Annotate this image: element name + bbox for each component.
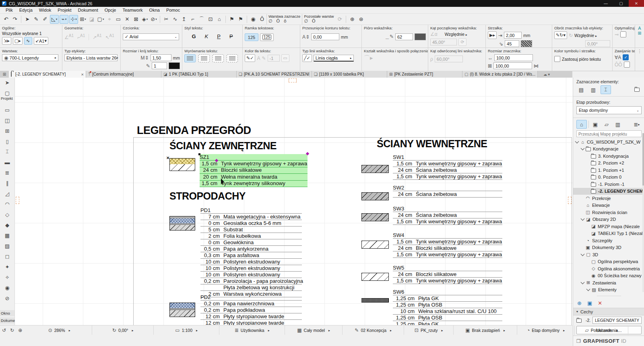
grid-edge-icon[interactable]: ⊞ — [636, 31, 643, 36]
tree-item-16[interactable]: ▢3D — [573, 251, 644, 258]
marker-icon[interactable]: ◈▾ — [141, 15, 149, 23]
expand-chevron-icon[interactable] — [581, 146, 585, 150]
zoom-in-icon[interactable]: ⊕ — [16, 327, 24, 333]
more-options-icon[interactable]: ⋮ — [636, 49, 643, 54]
unlock-layer-icon[interactable]: ȏ — [284, 19, 286, 24]
layout-book-icon[interactable]: ▱ — [602, 120, 611, 128]
legend-entry-sw5[interactable]: SW524 cmBloczki silikatowe1,5 cmTynk wew… — [393, 265, 502, 284]
wall-tool[interactable]: ▭ — [0, 105, 14, 115]
expand-chevron-icon[interactable] — [581, 280, 585, 284]
project-map-search-input[interactable] — [576, 130, 642, 137]
line-type-field[interactable]: Linia ciągła▸ — [314, 55, 354, 62]
lock-checkbox[interactable] — [624, 62, 630, 68]
view-settings[interactable]: ⊡PK_rzuty▸ — [404, 325, 454, 335]
pencil-edit-icon[interactable]: ✎ — [32, 15, 40, 23]
tree-item-20[interactable]: ⊞Zestawienia — [573, 279, 644, 286]
marker-height-field[interactable]: 100,00 — [493, 62, 532, 69]
pen-set[interactable]: ✎02 Koncepcja▸ — [343, 325, 404, 335]
orientation-angle[interactable]: ↻0,00°▸ — [92, 325, 154, 335]
viewpoint-settings-icon[interactable]: ▣ — [587, 300, 592, 306]
roof-tool[interactable]: ◿ — [0, 189, 14, 198]
close-button[interactable]: ✕ — [629, 0, 644, 7]
tree-item-9[interactable]: ⌂Elewacje — [573, 202, 644, 209]
close-group-icon[interactable]: ✕ — [123, 15, 131, 23]
menu-edycja[interactable]: Edycja — [16, 8, 36, 12]
camera-tool[interactable]: ◉ — [0, 283, 14, 292]
lock-layer-icon[interactable]: Ȏ — [277, 19, 280, 24]
legend-entry-pd1[interactable]: PD17 cmMata wegetacyjna - ekstensywna0 c… — [200, 207, 302, 297]
tree-item-13[interactable]: ◪TABELKI Typ 1 (Niezal — [573, 230, 644, 237]
navigator-menu-icon[interactable]: ≣▸ — [632, 120, 642, 128]
use-text-pen-checkbox[interactable] — [554, 56, 560, 62]
pointer-shape-icon[interactable]: ⌒▸ — [364, 54, 373, 62]
tree-item-7[interactable]: -2. LEGENDY SCHEM — [573, 188, 644, 195]
legend-entry-sw2[interactable]: SW224 cmŚciana żelbetowa — [393, 185, 502, 198]
legend-entry-sw1[interactable]: SW11,5 cmTynk wewnętrzny gipsowy + zapra… — [393, 154, 502, 180]
tree-item-18[interactable]: ◇Ogólna aksonometria — [573, 265, 644, 272]
marker-width-field[interactable]: 100,00 — [494, 54, 533, 61]
tab-4[interactable]: ❏[PK.A.10 SCHEMAT PRZESTRZENI] — [237, 71, 312, 78]
label-type-field[interactable]: Etykieta - Lista warstw 26▸ — [64, 54, 118, 61]
optimize-checkbox[interactable] — [620, 31, 626, 37]
tree-item-21[interactable]: ▨Elementy — [573, 286, 644, 294]
tab-7[interactable]: ▢(I) 8. Widok z lotu ptaka 2 [3D / Ws... — [462, 71, 538, 78]
arrow-pen-swatch[interactable] — [521, 40, 532, 47]
pointer-pen-color-swatch[interactable] — [415, 33, 426, 40]
redo-alt-icon[interactable]: ⟳ — [336, 15, 344, 23]
mesh-tool[interactable]: ▦ — [0, 231, 14, 240]
tree-item-8[interactable]: ◠Przekroje — [573, 195, 644, 202]
link-label-icon[interactable]: ⊕ — [348, 15, 356, 23]
undo-icon[interactable]: ↶ — [2, 15, 10, 23]
pen-draw-icon[interactable]: ✐ — [41, 15, 49, 23]
wrap-checkbox[interactable]: ✓ — [623, 54, 629, 60]
strikethrough-button[interactable]: P — [229, 33, 233, 39]
shell-tool[interactable]: ◠ — [0, 199, 14, 209]
eye-pen-icon[interactable]: ◉ — [249, 15, 257, 23]
expand-chevron-icon[interactable] — [581, 252, 585, 256]
graphisoft-id-bar[interactable]: ❐ GRAPHISOFT ID — [573, 336, 644, 346]
tree-item-3[interactable]: 2. Poziom +2 — [573, 160, 644, 167]
panel-label-okno[interactable]: Okno — [0, 310, 14, 316]
nav-back-icon[interactable]: ↺ — [0, 327, 8, 333]
marker-rotation-button[interactable]: ✎↻▾ — [554, 31, 567, 39]
publisher-icon[interactable]: ▥ — [613, 120, 623, 128]
window-tool[interactable]: ⊞ — [0, 126, 14, 136]
selection-handle[interactable] — [198, 153, 200, 155]
brick-icon[interactable]: ▤ — [576, 86, 586, 94]
flag-icon[interactable]: ⚑ — [228, 15, 236, 23]
flag-list-icon[interactable]: ⚑ — [237, 15, 245, 23]
tree-item-1[interactable]: Kondygnacje — [573, 146, 644, 153]
menu-okna[interactable]: Okna — [146, 8, 163, 12]
text-size-field[interactable]: 1,50 — [151, 54, 171, 61]
dimension-standard[interactable]: ▱Polski arch.▸ — [575, 325, 628, 335]
drawing-canvas[interactable]: LEGENDA PRZEGRÓD ŚCIANY ZEWNĘTRZNE STROP… — [15, 78, 573, 325]
crane-icon[interactable]: ⌶ — [601, 85, 611, 94]
geometry-method-2-icon[interactable]: ⌐A1 — [77, 33, 85, 40]
hide-layer-icon[interactable]: ∅ — [268, 19, 272, 24]
contour-offset-field[interactable]: 0,00 — [311, 33, 339, 40]
tree-item-5[interactable]: 0. Poziom 0 — [573, 174, 644, 181]
menu-teamwork[interactable]: Teamwork — [119, 8, 146, 12]
align-right-button[interactable] — [213, 54, 224, 62]
delete-icon[interactable]: ✕ — [598, 300, 602, 306]
trim-icon[interactable]: ✂ — [162, 15, 170, 23]
geometry-method-3-icon[interactable]: ↗A1 — [93, 33, 101, 40]
tab-5[interactable]: ❏[1189 x 1000 tabelka PK] — [312, 71, 387, 78]
project-map-icon[interactable]: ⌂ — [576, 120, 587, 129]
background-pen-button[interactable]: ✎✓ — [245, 54, 255, 62]
align-justify-button[interactable] — [227, 54, 238, 62]
measure-icon[interactable]: ▭ — [114, 15, 122, 23]
snap-points-icon[interactable]: ⊹▾ — [69, 15, 78, 24]
close-tab-icon[interactable]: × — [81, 72, 84, 77]
geometry-method-4-icon[interactable]: ↖A1 — [105, 33, 114, 40]
italic-button[interactable]: K — [205, 33, 208, 39]
tree-item-19[interactable]: ◉00 Ścieżka bez nazwy — [573, 272, 644, 280]
tree-item-4[interactable]: 1. Poziom +1 — [573, 167, 644, 174]
layer-field[interactable]: ◉ 700-L Legendy▸ — [2, 54, 58, 61]
fit-icon[interactable]: ⊠ — [132, 15, 140, 23]
expand-chevron-icon[interactable] — [586, 287, 590, 291]
lamp-tool[interactable]: ✧ — [0, 272, 14, 282]
properties-header[interactable]: ▾ Cechy — [573, 308, 644, 315]
model-filter[interactable]: ▦Cały model▸ — [285, 325, 343, 335]
tree-item-15[interactable]: ▣Dokumenty 3D — [573, 244, 644, 251]
